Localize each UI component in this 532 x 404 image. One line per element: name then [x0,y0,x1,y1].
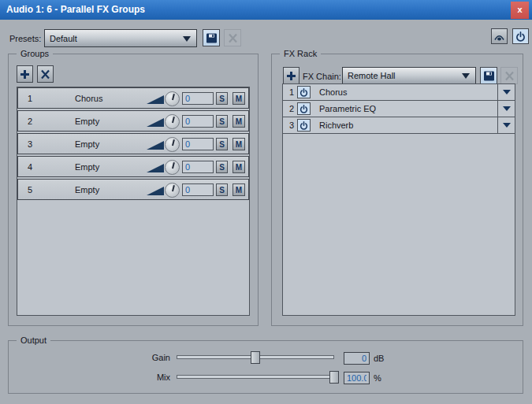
fx-chain-label: FX Chain: [303,72,341,81]
preset-save-button[interactable] [203,29,220,46]
triangle-down-icon [503,106,511,111]
mute-label: M [236,117,242,126]
mix-value-field[interactable] [344,372,370,384]
master-power-button[interactable] [512,28,529,44]
mix-slider-track[interactable] [177,375,334,379]
mute-label: M [236,163,242,172]
remove-group-button[interactable] [37,65,54,83]
group-solo-button[interactable]: S [216,161,228,173]
group-pan-knob[interactable] [165,160,180,175]
group-solo-button[interactable]: S [216,115,228,128]
fx-rack-panel: FX Rack FX Chain: Remote Hall [271,54,523,326]
fx-power-toggle[interactable] [297,119,311,132]
group-mute-button[interactable]: M [233,161,245,173]
group-level-field[interactable] [182,92,214,105]
group-mute-button[interactable]: M [233,183,245,196]
fx-chain-delete-button[interactable] [500,67,518,84]
power-icon [515,32,526,42]
fx-menu-button[interactable] [497,101,515,117]
fx-rack-panel-title: FX Rack [280,48,321,60]
group-level-field[interactable] [182,161,214,173]
output-panel: Output Gain dB Mix % [8,340,523,394]
delete-x-icon [504,71,515,81]
group-number: 3 [28,139,42,149]
gain-value-field[interactable] [344,352,370,365]
group-solo-button[interactable]: S [216,183,228,196]
fx-chain-dropdown[interactable]: Remote Hall [342,67,476,84]
chevron-down-icon [462,73,470,79]
group-mute-button[interactable]: M [233,115,245,128]
gain-slider[interactable] [177,350,334,365]
fx-chain-save-button[interactable] [480,67,497,84]
gain-slider-handle[interactable] [251,351,260,364]
group-number: 4 [28,162,42,172]
solo-label: S [219,117,225,126]
title-bar[interactable]: Audio 1: 6 - Parallel FX Groups [0,0,532,20]
group-name: Chorus [75,94,102,103]
solo-label: S [219,163,225,172]
fx-power-toggle[interactable] [297,86,311,98]
group-level-field[interactable] [182,183,214,196]
bypass-all-button[interactable] [491,28,508,44]
fx-power-toggle[interactable] [297,102,311,115]
fx-menu-button[interactable] [497,84,515,100]
group-name: Empty [75,185,99,195]
triangle-down-icon [503,123,511,128]
group-solo-button[interactable]: S [216,138,228,150]
parallel-fx-groups-dialog: Audio 1: 6 - Parallel FX Groups x Preset… [0,0,532,404]
groups-panel-title: Groups [17,48,53,60]
fx-list: 1 Chorus 2 [282,83,515,316]
fx-menu-button[interactable] [497,117,515,133]
fx-row-2[interactable]: 2 Parametric EQ [283,101,515,117]
volume-ramp-icon [147,117,164,127]
close-button[interactable]: x [511,2,529,19]
group-row-2[interactable]: 2 Empty S M [17,110,249,132]
close-icon: x [517,5,522,14]
group-number: 2 [28,117,42,126]
gain-label: Gain [119,353,170,362]
add-group-button[interactable] [17,65,33,83]
fx-name: Richverb [319,120,353,130]
mix-slider[interactable] [177,370,334,384]
group-mute-button[interactable]: M [233,92,245,105]
presets-dropdown[interactable]: Default [44,29,197,47]
group-row-4[interactable]: 4 Empty S M [17,156,249,177]
fx-row-1[interactable]: 1 Chorus [283,84,515,101]
save-floppy-icon [483,70,495,82]
mix-slider-handle[interactable] [329,371,339,384]
preset-delete-button[interactable] [224,29,241,46]
x-icon [40,69,50,80]
fx-row-3[interactable]: 3 Richverb [283,117,515,134]
groups-list: 1 Chorus S M 2 Empty S M [17,87,250,316]
group-number: 5 [28,185,42,195]
group-row-3[interactable]: 3 Empty S M [17,133,249,154]
group-mute-button[interactable]: M [233,138,245,150]
fx-name: Parametric EQ [319,104,376,113]
group-pan-knob[interactable] [165,183,180,198]
group-row-5[interactable]: 5 Empty S M [17,179,249,200]
mute-label: M [236,95,242,103]
group-level-field[interactable] [182,115,214,128]
volume-ramp-icon [147,186,164,195]
plus-icon [20,69,30,80]
group-pan-knob[interactable] [165,91,180,106]
gain-unit: dB [374,354,384,363]
group-solo-button[interactable]: S [216,92,228,105]
group-pan-knob[interactable] [165,114,180,129]
volume-ramp-icon [147,95,164,104]
solo-label: S [219,95,225,103]
bypass-icon [493,32,505,41]
group-number: 1 [28,94,42,103]
group-row-1[interactable]: 1 Chorus S M [17,87,249,109]
triangle-down-icon [503,90,511,95]
group-name: Empty [75,162,99,172]
group-pan-knob[interactable] [165,137,180,152]
save-floppy-icon [206,32,218,44]
volume-ramp-icon [147,140,164,150]
fx-number: 2 [289,104,294,113]
mix-label: Mix [119,372,170,382]
add-fx-button[interactable] [283,67,299,84]
group-level-field[interactable] [182,138,214,150]
volume-ramp-icon [147,163,164,172]
chevron-down-icon [183,36,191,42]
